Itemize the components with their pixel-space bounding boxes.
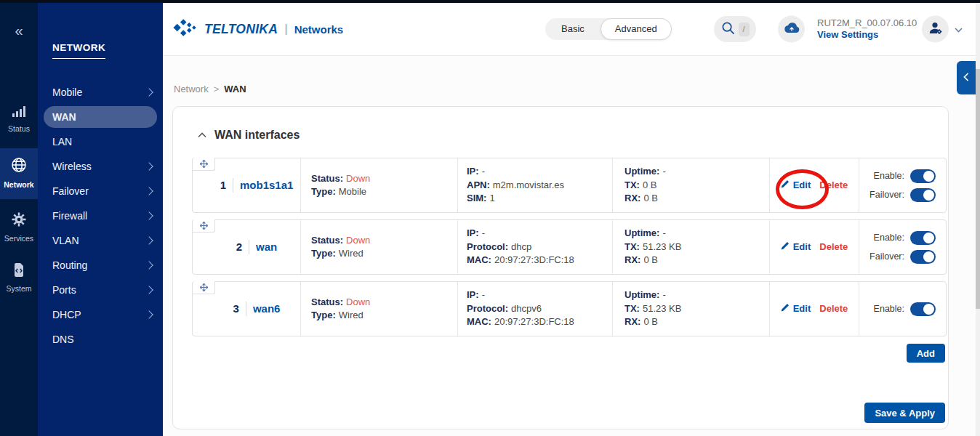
top-strip: [0, 0, 980, 3]
field-value: 0 B: [643, 179, 657, 190]
chevron-right-icon: [145, 163, 153, 171]
submenu-item-label: LAN: [52, 136, 72, 148]
submenu-item-ports[interactable]: Ports: [38, 278, 163, 302]
enable-toggle[interactable]: [910, 169, 936, 183]
mode-basic-button[interactable]: Basic: [545, 18, 601, 40]
chevron-down-icon: [955, 23, 963, 36]
field-value: -: [662, 227, 665, 238]
breadcrumb-current: WAN: [224, 84, 246, 94]
submenu-item-label: DNS: [52, 334, 74, 345]
interface-name-link[interactable]: wan6: [253, 302, 281, 316]
field-value: 20:97:27:3D:FC:18: [494, 254, 574, 265]
submenu-item-dhcp[interactable]: DHCP: [38, 302, 163, 327]
field-label: IP:: [467, 227, 479, 238]
gear-icon: [12, 212, 26, 230]
breadcrumb-root[interactable]: Network: [174, 84, 209, 94]
scrollbar-thumb[interactable]: [976, 69, 980, 309]
failover-toggle[interactable]: [910, 188, 936, 202]
field-value: 1: [489, 193, 494, 203]
submenu-item-firewall[interactable]: Firewall: [38, 203, 163, 228]
submenu-item-dns[interactable]: DNS: [38, 327, 163, 352]
device-info: RUT2M_R_00.07.06.10 View Settings: [817, 17, 917, 41]
toggle-label: Enable:: [874, 169, 904, 183]
drag-handle[interactable]: [192, 281, 215, 294]
rail-item-status[interactable]: Status: [0, 106, 38, 133]
user-menu-chevron[interactable]: [955, 23, 963, 36]
top-header: TELTONIKA | Networks Basic Advanced /: [163, 3, 976, 56]
main-area: TELTONIKA | Networks Basic Advanced /: [163, 3, 976, 436]
page: « Status Network Services System: [0, 0, 980, 436]
mode-advanced-button[interactable]: Advanced: [601, 18, 672, 40]
traffic-cell: Uptime:- TX:51.23 KB RX:0 B: [612, 220, 769, 274]
address-cell: IP:- APN:m2m.movistar.es SIM:1: [457, 158, 612, 212]
brand-logo[interactable]: TELTONIKA | Networks: [173, 17, 343, 41]
field-value: Mobile: [339, 186, 366, 197]
field-label: SIM:: [467, 193, 486, 203]
signal-bars-icon: [12, 106, 25, 120]
interface-name-link[interactable]: mob1s1a1: [240, 179, 293, 193]
failover-toggle[interactable]: [910, 250, 936, 264]
user-menu-button[interactable]: [922, 16, 949, 43]
interface-index: 1: [220, 179, 226, 193]
enable-toggle[interactable]: [910, 231, 936, 245]
submenu-item-routing[interactable]: Routing: [38, 253, 163, 278]
delete-button[interactable]: Delete: [819, 179, 848, 193]
field-label: MAC:: [467, 316, 491, 327]
add-button[interactable]: Add: [907, 344, 945, 363]
rail-label: Services: [4, 234, 33, 243]
field-label: TX:: [624, 179, 640, 190]
submenu-item-wireless[interactable]: Wireless: [38, 154, 163, 179]
submenu-item-lan[interactable]: LAN: [38, 129, 163, 154]
toggles-cell: Enable: Failover:: [859, 220, 946, 274]
field-label: Uptime:: [624, 166, 659, 177]
search-key-hint: /: [739, 23, 750, 36]
submenu-item-mobile[interactable]: Mobile: [38, 80, 163, 105]
search-button[interactable]: /: [714, 16, 756, 42]
field-label: RX:: [624, 316, 640, 327]
view-settings-link[interactable]: View Settings: [817, 29, 917, 41]
field-value: 20:97:27:3D:FC:18: [494, 316, 574, 327]
submenu-item-label: DHCP: [52, 309, 81, 320]
enable-toggle[interactable]: [910, 302, 936, 316]
rail-item-system[interactable]: System: [0, 263, 38, 293]
field-label: Uptime:: [624, 227, 659, 238]
field-label: RX:: [624, 193, 640, 203]
submenu-item-label: VLAN: [52, 235, 79, 246]
wan-interface-row-1: 1 mob1s1a1 Status:Down Type:Mobile IP:- …: [192, 158, 947, 213]
rail-item-network[interactable]: Network: [0, 148, 38, 199]
delete-button[interactable]: Delete: [819, 302, 848, 316]
collapse-section-icon[interactable]: [198, 132, 206, 138]
rail-label: System: [6, 284, 31, 293]
chevron-right-icon: [145, 237, 153, 245]
edit-button[interactable]: Edit: [781, 179, 811, 193]
panel-collapse-tab[interactable]: [957, 61, 976, 94]
collapse-sidebar-icon[interactable]: «: [0, 23, 38, 38]
page-scrollbar[interactable]: [976, 3, 980, 436]
move-icon: [200, 219, 208, 233]
breadcrumb-separator: >: [214, 84, 220, 94]
field-label: Uptime:: [624, 289, 659, 300]
divider: [246, 302, 246, 316]
save-apply-button[interactable]: Save & Apply: [864, 403, 945, 423]
rail-item-services[interactable]: Services: [0, 212, 38, 243]
teltonika-logo-mark-icon: [173, 17, 199, 41]
interface-index: 3: [233, 302, 239, 316]
toggles-cell: Enable:: [859, 282, 946, 336]
toggle-label: Failover:: [869, 250, 904, 264]
delete-button[interactable]: Delete: [819, 241, 848, 254]
field-label: Type:: [311, 186, 336, 197]
drag-handle[interactable]: [192, 219, 215, 233]
interface-name-link[interactable]: wan: [256, 241, 277, 254]
field-label: Status:: [311, 296, 343, 307]
edit-button[interactable]: Edit: [781, 241, 811, 254]
submenu-item-failover[interactable]: Failover: [38, 179, 163, 203]
cloud-upload-icon: [784, 23, 800, 36]
actions-cell: Edit Delete: [769, 158, 859, 212]
submenu-item-label: Ports: [52, 284, 76, 296]
rms-cloud-button[interactable]: [778, 16, 805, 43]
drag-handle[interactable]: [192, 158, 215, 171]
edit-button[interactable]: Edit: [781, 302, 811, 316]
submenu-item-vlan[interactable]: VLAN: [38, 228, 163, 253]
submenu-item-wan[interactable]: WAN: [44, 106, 157, 128]
status-cell: Status:Down Type:Wired: [300, 220, 457, 274]
